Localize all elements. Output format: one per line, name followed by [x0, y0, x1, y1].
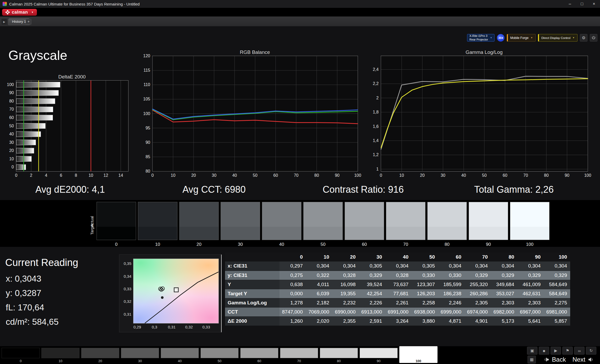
continuous-read-button[interactable]: ∞ — [574, 347, 585, 355]
grayscale-swatch-80: 80 — [427, 202, 467, 247]
axis-tick-label: 0,3 — [152, 325, 157, 329]
settings-button[interactable]: ⚙ — [580, 34, 587, 42]
axis-tick-label: 50 — [482, 173, 487, 178]
swatch-actual — [428, 202, 467, 227]
axis-tick-label: 2,4 — [373, 67, 379, 72]
axis-tick-label: 70 — [9, 107, 14, 112]
pattern-swatch — [2, 348, 40, 358]
axis-tick-label: 60 — [9, 115, 14, 120]
table-cell: 0,329 — [544, 271, 570, 280]
table-cell: 123,307 — [412, 280, 438, 289]
axis-tick-label: 0,31 — [124, 312, 131, 316]
axis-tick-label: 0,33 — [203, 325, 210, 329]
power-button[interactable] — [590, 34, 597, 42]
pattern-swatch — [320, 348, 358, 358]
meter-selector-dropdown[interactable]: X-Rite i1Pro 3 Rear Projector ▼ — [467, 34, 495, 42]
meter-widget-group: X-Rite i1Pro 3 Rear Projector ▼ 359 Mobi… — [467, 34, 597, 42]
table-cell: 584,649 — [544, 289, 570, 298]
pattern-patch-30[interactable]: 30 — [121, 348, 159, 363]
pattern-swatch — [360, 348, 398, 358]
table-cell: 126,203 — [412, 289, 438, 298]
swatch-box — [262, 202, 301, 240]
pattern-patch-60[interactable]: 60 — [240, 348, 278, 363]
pattern-patch-100[interactable]: 100 — [399, 346, 438, 363]
swatch-level-label: 40 — [262, 242, 301, 247]
pattern-patch-0[interactable]: 0 — [2, 348, 40, 363]
current-reading-title: Current Reading — [5, 257, 78, 268]
axis-tick-label: 10 — [9, 157, 14, 161]
swatch-level-label: 100 — [510, 242, 549, 247]
deltae-chart-title: DeltaE 2000 — [16, 74, 128, 80]
maximize-button[interactable]: □ — [576, 0, 588, 8]
pattern-patch-40[interactable]: 40 — [161, 348, 199, 363]
layout-grid-button[interactable]: ▦ — [528, 356, 536, 363]
display-control-dropdown[interactable]: Direct Display Control ▼ — [538, 34, 577, 42]
pattern-patch-10[interactable]: 10 — [41, 348, 80, 363]
axis-tick-label: 0 — [15, 173, 18, 178]
grayscale-swatch-60: 60 — [345, 202, 384, 247]
minimize-button[interactable]: – — [564, 0, 576, 8]
table-row-label: Target Y — [225, 289, 279, 298]
source-selector-dropdown[interactable]: Mobile Forge ▼ — [507, 34, 536, 42]
back-button[interactable]: Back — [541, 356, 568, 363]
axis-tick-label: 30 — [9, 140, 14, 145]
pattern-patch-90[interactable]: 90 — [360, 348, 398, 363]
table-cell: 2,303 — [491, 298, 517, 307]
table-cell: 0,304 — [306, 261, 332, 271]
pattern-patch-50[interactable]: 50 — [200, 348, 239, 363]
table-cell: 3,880 — [412, 316, 438, 326]
swatch-target — [510, 227, 549, 240]
swatch-box — [469, 202, 508, 240]
table-cell: 1,278 — [279, 298, 306, 307]
axis-tick-label: 20 — [9, 148, 14, 153]
table-row-label: Gamma Log/Log — [225, 298, 279, 307]
axis-tick-label: 20 — [420, 173, 425, 178]
calman-menu-button[interactable]: calman ▼ — [2, 9, 37, 16]
table-cell: 2,261 — [385, 298, 412, 307]
chevron-down-icon: ▼ — [490, 37, 492, 39]
table-column-header: 20 — [332, 252, 359, 261]
pattern-patch-80[interactable]: 80 — [320, 348, 358, 363]
table-cell: 0,329 — [491, 271, 517, 280]
swatch-level-label: 50 — [303, 242, 343, 247]
table-cell: 2,275 — [544, 298, 570, 307]
axis-tick-label: 40 — [461, 173, 466, 178]
pattern-patch-70[interactable]: 70 — [280, 348, 318, 363]
table-column-header: 50 — [412, 252, 438, 261]
panel-expander-button[interactable]: ▶ — [1, 18, 7, 25]
table-cell: 0,304 — [464, 261, 491, 271]
swatch-level-label: 10 — [138, 242, 177, 247]
table-cell: 584,649 — [544, 280, 570, 289]
rgb-balance-line-chart: 0102030405060708090100808590951001051101… — [152, 56, 358, 172]
axis-tick-label: 1,6 — [373, 124, 379, 129]
refresh-button[interactable]: ↻ — [586, 347, 596, 355]
meter-count-badge[interactable]: 359 — [497, 34, 504, 42]
table-cell: 185,599 — [438, 280, 464, 289]
gear-icon: ⚙ — [582, 35, 585, 40]
add-tab-button[interactable]: + — [26, 19, 31, 25]
snapshot-button[interactable]: ▣ — [527, 347, 537, 355]
axis-tick-label: 0 — [380, 173, 382, 178]
next-button[interactable]: Next — [570, 356, 596, 363]
pattern-swatch — [41, 348, 80, 358]
axis-tick-label: 115 — [143, 68, 150, 73]
swatch-box — [303, 202, 343, 240]
axis-tick-label: 40 — [232, 173, 237, 178]
play-button[interactable]: ▶ — [551, 347, 561, 355]
table-cell: 2,232 — [332, 298, 359, 307]
close-button[interactable]: × — [588, 0, 600, 8]
pattern-level-label: 80 — [320, 359, 358, 363]
flag-button[interactable]: ⚑ — [562, 347, 573, 355]
pattern-level-label: 20 — [81, 359, 119, 363]
grayscale-swatch-40: 40 — [262, 202, 301, 247]
logo-bar: calman ▼ — [0, 8, 600, 16]
swatch-target — [97, 227, 136, 240]
app-icon — [3, 2, 7, 6]
table-cell: 0,328 — [385, 271, 412, 280]
stop-button[interactable]: ■ — [539, 347, 549, 355]
pattern-level-label: 10 — [41, 359, 80, 363]
pattern-patch-20[interactable]: 20 — [81, 348, 119, 363]
table-cell: 0,322 — [306, 271, 332, 280]
table-cell: 0,328 — [332, 271, 359, 280]
axis-tick-label: 0 — [12, 165, 14, 169]
